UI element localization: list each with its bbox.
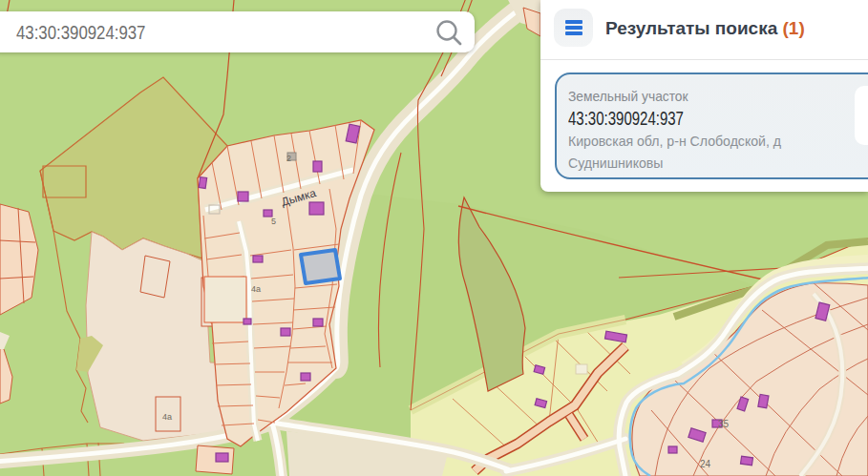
svg-text:35: 35 [718, 419, 730, 429]
svg-text:2: 2 [286, 154, 291, 163]
svg-text:4а: 4а [162, 412, 172, 422]
svg-text:5: 5 [271, 217, 276, 226]
svg-text:24: 24 [700, 459, 711, 469]
svg-text:4а: 4а [251, 284, 261, 294]
